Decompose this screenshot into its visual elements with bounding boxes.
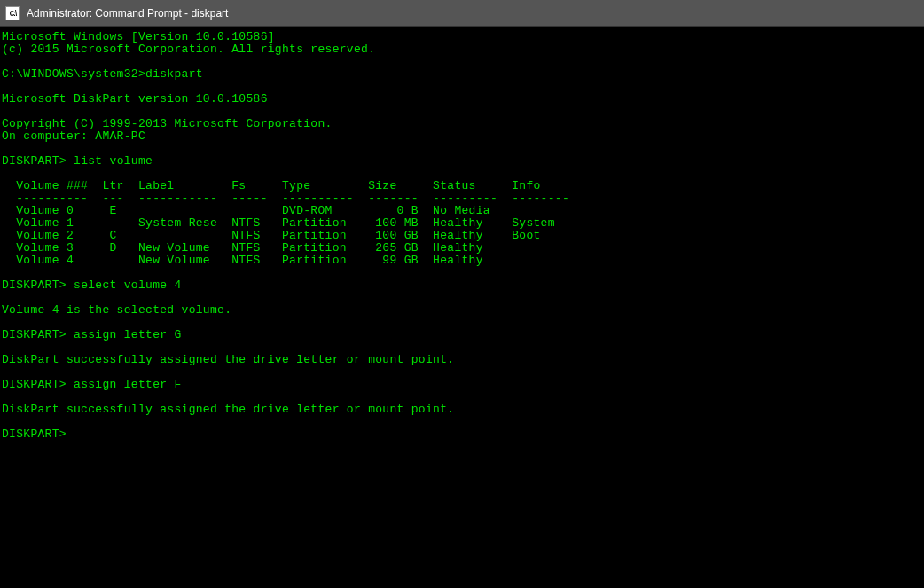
table-row: Volume 0 E DVD-ROM 0 B No Media (2, 204, 490, 217)
shell-prompt: C:\WINDOWS\system32> (2, 67, 145, 81)
message-selected-volume: Volume 4 is the selected volume. (2, 303, 231, 317)
diskpart-prompt: DISKPART> (2, 328, 67, 341)
diskpart-prompt: DISKPART> (2, 278, 67, 292)
window-titlebar[interactable]: C:\ Administrator: Command Prompt - disk… (0, 0, 924, 27)
command-assign-f: assign letter F (74, 378, 182, 391)
diskpart-computer-line: On computer: AMAR-PC (2, 129, 145, 143)
table-divider: ---------- --- ----------- ----- -------… (2, 192, 569, 205)
diskpart-version-line: Microsoft DiskPart version 10.0.10586 (2, 92, 268, 106)
command-list-volume: list volume (74, 154, 153, 168)
table-row: Volume 4 New Volume NTFS Partition 99 GB… (2, 254, 483, 267)
table-header: Volume ### Ltr Label Fs Type Size Status… (2, 179, 541, 192)
diskpart-prompt: DISKPART> (2, 427, 67, 441)
diskpart-prompt: DISKPART> (2, 378, 67, 391)
cmd-icon: C:\ (5, 6, 20, 20)
table-row: Volume 1 System Rese NTFS Partition 100 … (2, 216, 555, 230)
table-row: Volume 3 D New Volume NTFS Partition 265… (2, 241, 483, 255)
cmd-icon-label: C:\ (9, 9, 16, 18)
diskpart-copyright-line: Copyright (C) 1999-2013 Microsoft Corpor… (2, 117, 333, 130)
message-assigned: DiskPart successfully assigned the drive… (2, 353, 454, 366)
terminal-output[interactable]: Microsoft Windows [Version 10.0.10586] (… (0, 27, 924, 588)
window-title: Administrator: Command Prompt - diskpart (27, 7, 228, 20)
table-row: Volume 2 C NTFS Partition 100 GB Healthy… (2, 229, 541, 242)
command-select-volume: select volume 4 (74, 278, 182, 292)
command-assign-g: assign letter G (74, 328, 182, 341)
message-assigned: DiskPart successfully assigned the drive… (2, 403, 454, 416)
windows-copyright-line: (c) 2015 Microsoft Corporation. All righ… (2, 43, 375, 56)
initial-command: diskpart (145, 67, 203, 81)
windows-version-line: Microsoft Windows [Version 10.0.10586] (2, 30, 275, 43)
diskpart-prompt: DISKPART> (2, 154, 67, 168)
